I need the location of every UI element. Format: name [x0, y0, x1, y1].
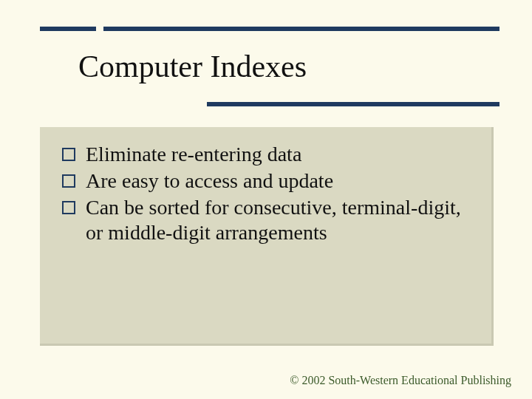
- list-item: Can be sorted for consecutive, terminal-…: [62, 195, 471, 245]
- divider-line: [207, 102, 499, 106]
- slide-title: Computer Indexes: [78, 49, 307, 84]
- slide: Computer Indexes Eliminate re-entering d…: [0, 0, 532, 399]
- accent-line-long: [103, 27, 499, 31]
- copyright-footer: © 2002 South-Western Educational Publish…: [290, 374, 511, 387]
- square-bullet-icon: [62, 201, 75, 214]
- bullet-text: Eliminate re-entering data: [86, 142, 301, 167]
- content-panel: Eliminate re-entering data Are easy to a…: [40, 127, 494, 346]
- bullet-list: Eliminate re-entering data Are easy to a…: [62, 142, 471, 246]
- bullet-text: Can be sorted for consecutive, terminal-…: [86, 195, 471, 245]
- square-bullet-icon: [62, 148, 75, 161]
- bullet-text: Are easy to access and update: [86, 168, 333, 194]
- list-item: Are easy to access and update: [62, 168, 471, 194]
- accent-line-short: [40, 27, 96, 31]
- square-bullet-icon: [62, 174, 75, 188]
- list-item: Eliminate re-entering data: [62, 142, 471, 167]
